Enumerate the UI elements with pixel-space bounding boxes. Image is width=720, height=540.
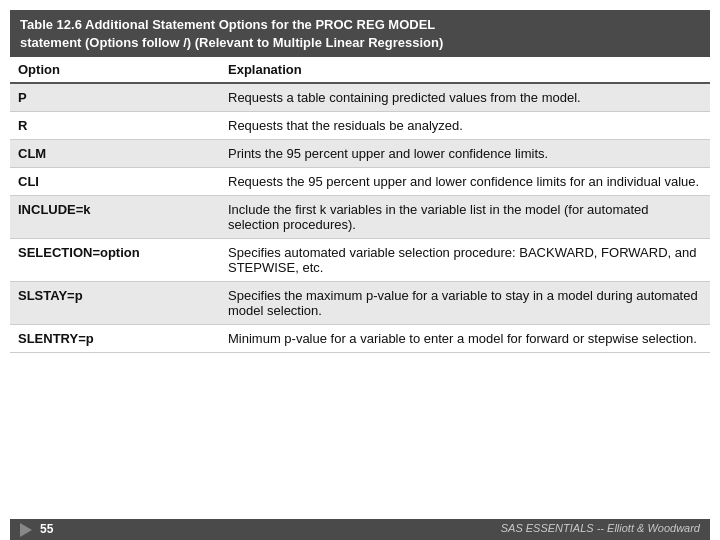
table-row: CLIRequests the 95 percent upper and low…	[10, 168, 710, 196]
explanation-cell: Requests the 95 percent upper and lower …	[220, 168, 710, 196]
explanation-cell: Include the first k variables in the var…	[220, 196, 710, 239]
explanation-cell: Prints the 95 percent upper and lower co…	[220, 140, 710, 168]
footer-bar: 55 SAS ESSENTIALS -- Elliott & Woodward	[10, 519, 710, 540]
table-row: CLMPrints the 95 percent upper and lower…	[10, 140, 710, 168]
option-cell: SLENTRY=p	[10, 325, 220, 353]
footer-text: SAS ESSENTIALS -- Elliott & Woodward	[501, 522, 700, 537]
explanation-cell: Minimum p-value for a variable to enter …	[220, 325, 710, 353]
option-cell: INCLUDE=k	[10, 196, 220, 239]
options-table: Option Explanation PRequests a table con…	[10, 57, 710, 353]
page-wrapper: Table 12.6 Additional Statement Options …	[0, 0, 720, 540]
option-cell: P	[10, 83, 220, 112]
title-line2: statement (Options follow /) (Relevant t…	[20, 35, 443, 50]
explanation-cell: Specifies automated variable selection p…	[220, 239, 710, 282]
col-header-explanation: Explanation	[220, 57, 710, 83]
title-bar: Table 12.6 Additional Statement Options …	[10, 10, 710, 57]
table-row: SLENTRY=pMinimum p-value for a variable …	[10, 325, 710, 353]
option-cell: CLI	[10, 168, 220, 196]
title-line1: Table 12.6 Additional Statement Options …	[20, 17, 435, 32]
table-row: SELECTION=optionSpecifies automated vari…	[10, 239, 710, 282]
option-cell: R	[10, 112, 220, 140]
col-header-option: Option	[10, 57, 220, 83]
triangle-icon	[20, 523, 32, 537]
table-row: RRequests that the residuals be analyzed…	[10, 112, 710, 140]
table-row: INCLUDE=kInclude the first k variables i…	[10, 196, 710, 239]
explanation-cell: Requests that the residuals be analyzed.	[220, 112, 710, 140]
option-cell: CLM	[10, 140, 220, 168]
explanation-cell: Specifies the maximum p-value for a vari…	[220, 282, 710, 325]
footer-left: 55	[20, 522, 53, 537]
option-cell: SELECTION=option	[10, 239, 220, 282]
option-cell: SLSTAY=p	[10, 282, 220, 325]
table-row: PRequests a table containing predicted v…	[10, 83, 710, 112]
explanation-cell: Requests a table containing predicted va…	[220, 83, 710, 112]
slide-number: 55	[40, 522, 53, 536]
table-row: SLSTAY=pSpecifies the maximum p-value fo…	[10, 282, 710, 325]
table-header-row: Option Explanation	[10, 57, 710, 83]
